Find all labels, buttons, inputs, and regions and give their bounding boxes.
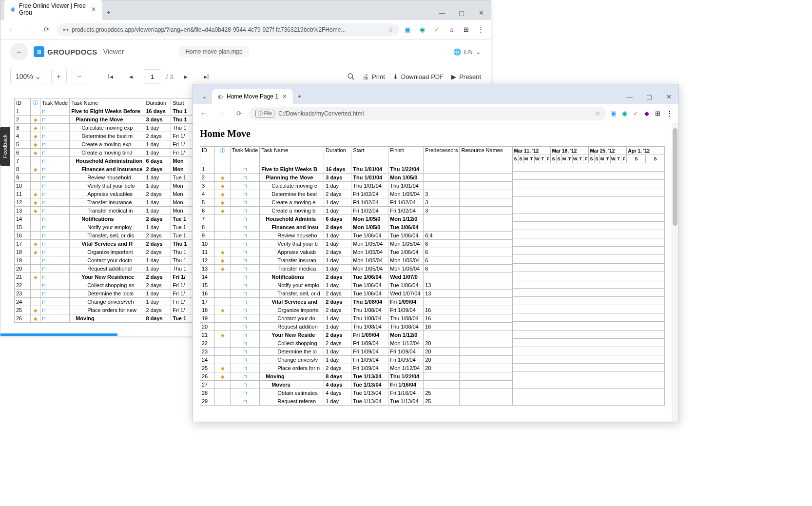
table-row[interactable]: 3 ◆ ⊓ Calculate moving exp 1 day Thu 1 <box>15 124 194 132</box>
maximize-button[interactable]: ▢ <box>639 89 659 104</box>
menu-button[interactable]: ⋮ <box>666 110 673 117</box>
close-icon[interactable]: ✕ <box>282 93 287 100</box>
last-page-button[interactable]: ▸I <box>198 69 214 84</box>
prev-page-button[interactable]: ◂ <box>123 69 139 84</box>
address-bar[interactable]: ⓘ File C:/Downloads/myConverted.html ☆ <box>250 107 606 120</box>
menu-button[interactable]: ⋮ <box>476 25 485 34</box>
zoom-dropdown[interactable]: 100% ⌄ <box>10 69 46 84</box>
tab-search-button[interactable]: ⌄ <box>197 89 212 104</box>
table-row[interactable]: 22 ⊓ Collect shopping 2 days Fri 1/09/04… <box>200 339 512 348</box>
new-tab-button[interactable]: + <box>102 5 116 20</box>
table-row[interactable]: 13 ◆ ⊓ Transfer medical in 1 day Mon <box>15 207 194 215</box>
ext-icon[interactable]: ▣ <box>610 110 616 117</box>
table-row[interactable]: 8 ⊓ Finances and Insu 2 days Mon 1/05/0 … <box>200 223 512 232</box>
table-row[interactable]: 5 ◆ ⊓ Create a moving-exp 1 day Fri 1/ <box>15 140 194 149</box>
table-row[interactable]: 21 ◆ ⊓ Your New Residence 2 days Fri 1/ <box>15 273 194 281</box>
ext-icon[interactable]: ▣ <box>403 25 412 34</box>
ext-icon[interactable]: ◉ <box>418 25 426 34</box>
table-row[interactable]: 25 ◆ ⊓ Place orders for n 2 days Fri 1/0… <box>200 364 512 372</box>
table-row[interactable]: 17 ◆ ⊓ Vital Services and R 2 days Thu 1 <box>15 240 194 248</box>
zoom-in-button[interactable]: + <box>51 69 67 84</box>
table-row[interactable]: 23 ⊓ Determine the local 1 day Fri 1/ <box>15 290 194 298</box>
ext-icon[interactable]: ◆ <box>644 110 649 117</box>
table-row[interactable]: 9 ⊓ Review househo 1 day Tue 1/06/04 Tue… <box>200 232 512 240</box>
table-row[interactable]: 26 ◆ ⊓ Moving 8 days Tue 1 <box>15 314 194 323</box>
table-row[interactable]: 18 ◆ ⊓ Organize important 2 days Thu 1 <box>15 248 194 256</box>
first-page-button[interactable]: I◂ <box>103 69 118 84</box>
language-selector[interactable]: 🌐 EN ⌄ <box>453 48 481 56</box>
table-row[interactable]: 21 ◆ ⊓ Your New Reside 2 days Fri 1/09/0… <box>200 331 512 339</box>
filename-chip[interactable]: Home move plan.mpp <box>178 46 249 58</box>
table-row[interactable]: 7 ⊓ Household Administration 6 days Mon <box>15 157 194 165</box>
print-button[interactable]: 🖨 Print <box>363 73 385 80</box>
table-row[interactable]: 11 ◆ ⊓ Appraise valuab 2 days Mon 1/05/0… <box>200 248 512 256</box>
table-row[interactable]: 1 ⊓ Five to Eight Weeks Before 16 days T… <box>15 107 194 116</box>
table-row[interactable]: 18 ◆ ⊓ Organize importa 2 days Thu 1/08/… <box>200 306 512 314</box>
browser-tab[interactable]: ◐ Home Move Page 1 ✕ <box>212 89 293 104</box>
app-back-button[interactable]: ← <box>10 43 28 60</box>
table-row[interactable]: 19 ⊓ Contact your do 1 day Thu 1/08/04 T… <box>200 314 512 323</box>
table-row[interactable]: 28 ⊓ Obtain estimates 4 days Tue 1/13/04… <box>200 389 512 397</box>
table-row[interactable]: 23 ⊓ Determine the lo 1 day Fri 1/09/04 … <box>200 348 512 356</box>
table-row[interactable]: 12 ◆ ⊓ Transfer insurance 1 day Mon <box>15 198 194 207</box>
reload-button[interactable]: ⟳ <box>232 107 246 120</box>
table-row[interactable]: 8 ◆ ⊓ Finances and Insurance 2 days Mon <box>15 165 194 174</box>
zoom-out-button[interactable]: − <box>72 69 87 84</box>
new-tab-button[interactable]: + <box>293 89 307 104</box>
table-row[interactable]: 9 ⊓ Review household 1 day Tue 1 <box>15 174 194 182</box>
address-bar[interactable]: ⊶ products.groupdocs.app/viewer/app/?lan… <box>57 23 399 36</box>
ext-icon[interactable]: ◉ <box>622 110 627 117</box>
minimize-button[interactable]: — <box>432 5 452 20</box>
maximize-button[interactable]: ▢ <box>452 5 471 20</box>
download-button[interactable]: ⬇ Download PDF <box>393 73 444 80</box>
table-row[interactable]: 2 ◆ ⊓ Planning the Move 3 days Thu 1 <box>15 116 194 124</box>
table-row[interactable]: 22 ⊓ Collect shopping an 2 days Fri 1/ <box>15 281 194 290</box>
table-row[interactable]: 20 ⊓ Request additional 1 day Thu 1 <box>15 265 194 273</box>
table-row[interactable]: 29 ⊓ Request referen 1 day Tue 1/13/04 T… <box>200 397 512 406</box>
ext-icon[interactable]: ✓ <box>633 110 638 117</box>
table-row[interactable]: 1 ⊓ Five to Eight Weeks B 16 days Thu 1/… <box>200 165 512 174</box>
forward-button[interactable]: → <box>22 23 36 37</box>
table-row[interactable]: 5 ◆ ⊓ Create a moving-e 1 day Fri 1/02/0… <box>200 198 512 207</box>
scrollbar-thumb[interactable] <box>673 128 677 226</box>
table-row[interactable]: 12 ◆ ⊓ Transfer insuran 1 day Mon 1/05/0… <box>200 256 512 265</box>
reload-button[interactable]: ⟳ <box>39 23 53 37</box>
feedback-tab[interactable]: Feedback <box>0 127 10 166</box>
table-row[interactable]: 3 ◆ ⊓ Calculate moving e 1 day Thu 1/01/… <box>200 182 512 190</box>
table-row[interactable]: 24 ⊓ Change drivers/v 1 day Fri 1/09/04 … <box>200 356 512 364</box>
table-row[interactable]: 11 ◆ ⊓ Appraise valuables 2 days Mon <box>15 190 194 198</box>
table-row[interactable]: 25 ◆ ⊓ Place orders for new 2 days Fri 1… <box>15 306 194 314</box>
table-row[interactable]: 20 ⊓ Request addition 1 day Thu 1/08/04 … <box>200 323 512 331</box>
table-row[interactable]: 7 ⊓ Household Adminis 6 days Mon 1/05/0 … <box>200 215 512 223</box>
present-button[interactable]: ▶ Present <box>451 73 481 80</box>
ext-icon[interactable]: ⌂ <box>447 25 456 34</box>
vertical-scrollbar[interactable] <box>672 123 678 422</box>
table-row[interactable]: 27 ⊓ Movers 4 days Tue 1/13/04 Fri 1/16/… <box>200 381 512 389</box>
table-row[interactable]: 15 ⊓ Notify your emplo 1 day Tue 1/06/04… <box>200 281 512 290</box>
table-row[interactable]: 17 ⊓ Vital Services and 2 days Thu 1/08/… <box>200 298 512 306</box>
page-input[interactable] <box>144 69 161 84</box>
table-row[interactable]: 16 ⊓ Transfer, sell, or d 2 days Tue 1/0… <box>200 290 512 298</box>
puzzle-icon[interactable]: ⊞ <box>462 25 470 34</box>
table-row[interactable]: 6 ◆ ⊓ Create a moving bind 1 day Fri 1/ <box>15 149 194 157</box>
puzzle-icon[interactable]: ⊞ <box>655 110 660 117</box>
minimize-button[interactable]: — <box>620 89 639 104</box>
table-row[interactable]: 15 ⊓ Notify your employ 1 day Tue 1 <box>15 223 194 232</box>
table-row[interactable]: 24 ⊓ Change drivers/veh 1 day Fri 1/ <box>15 298 194 306</box>
ext-icon[interactable]: ✓ <box>432 25 441 34</box>
close-icon[interactable]: ✕ <box>91 6 96 13</box>
table-row[interactable]: 16 ⊓ Transfer, sell, or dis 2 days Tue 1 <box>15 232 194 240</box>
forward-button[interactable]: → <box>214 107 228 120</box>
table-row[interactable]: 10 ⊓ Verify that your b 1 day Mon 1/05/0… <box>200 240 512 248</box>
close-button[interactable]: ✕ <box>471 5 491 20</box>
table-row[interactable]: 4 ◆ ⊓ Determine the best 2 days Fri 1/02… <box>200 190 512 198</box>
table-row[interactable]: 26 ◆ ⊓ Moving 8 days Tue 1/13/04 Thu 1/2… <box>200 372 512 381</box>
close-button[interactable]: ✕ <box>659 89 678 104</box>
back-button[interactable]: ← <box>197 107 211 120</box>
table-row[interactable]: 13 ◆ ⊓ Transfer medica 1 day Mon 1/05/04… <box>200 265 512 273</box>
table-row[interactable]: 19 ⊓ Contact your docto 1 day Thu 1 <box>15 256 194 265</box>
table-row[interactable]: 2 ◆ ⊓ Planning the Move 3 days Thu 1/01/… <box>200 174 512 182</box>
table-row[interactable]: 14 ⊓ Notifications 2 days Tue 1/06/04 We… <box>200 273 512 281</box>
table-row[interactable]: 6 ◆ ⊓ Create a moving b 1 day Fri 1/02/0… <box>200 207 512 215</box>
star-icon[interactable]: ☆ <box>388 26 393 33</box>
